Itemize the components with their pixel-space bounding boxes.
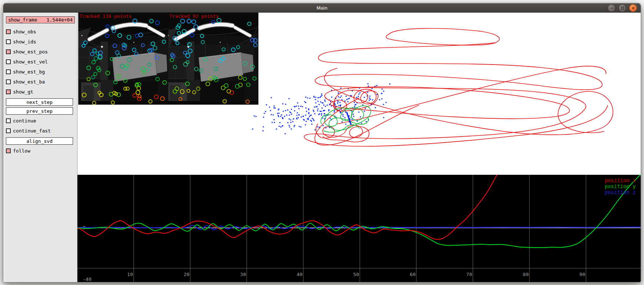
- camera-image: [168, 13, 258, 105]
- show_est_vel-checkbox[interactable]: [6, 59, 11, 64]
- x-tick-label: 40: [297, 272, 303, 277]
- continue_fast-label: continue_fast: [13, 128, 51, 134]
- show-frame-field[interactable]: show_frame 1.544e+04: [6, 16, 75, 23]
- legend-entry: position z: [605, 189, 636, 195]
- show_obs-label: show_obs: [13, 29, 36, 35]
- show_gt-checkbox[interactable]: [6, 89, 11, 94]
- sidebar-item-show_est_vel: show_est_vel: [6, 57, 75, 67]
- y-tick-label: -40: [83, 276, 91, 282]
- continue-label: continue: [13, 118, 36, 124]
- show_ids-checkbox[interactable]: [6, 39, 11, 44]
- show_est_pos-checkbox[interactable]: [6, 49, 11, 54]
- close-icon: [631, 6, 635, 10]
- show_est_pos-label: show_est_pos: [13, 49, 48, 55]
- prev_step-button[interactable]: prev_step: [6, 107, 73, 115]
- camera-view-left[interactable]: Tracked 116 points: [78, 13, 168, 105]
- camera-right-canvas: [168, 13, 258, 105]
- x-tick-label: 30: [240, 272, 246, 277]
- sidebar-item-show_ids: show_ids: [6, 37, 75, 47]
- control-sidebar: show_frame 1.544e+04 show_obsshow_idssho…: [3, 13, 77, 282]
- position-plot-canvas: 01020304050607080900-40position xpositio…: [77, 175, 641, 282]
- x-tick-label: 50: [353, 272, 359, 277]
- series-position-y: [77, 175, 641, 248]
- sidebar-item-continue: continue: [6, 116, 75, 126]
- titlebar[interactable]: Main: [3, 3, 641, 13]
- x-tick-label: 10: [127, 272, 133, 277]
- show-frame-label: show_frame: [8, 17, 37, 23]
- maximize-button[interactable]: [618, 4, 626, 12]
- follow-checkbox[interactable]: [6, 148, 11, 153]
- show_est_vel-label: show_est_vel: [13, 59, 48, 65]
- series-position-x: [77, 175, 498, 239]
- tracked-points-label-right: Tracked 92 points: [169, 13, 219, 19]
- sidebar-item-show_est_ba: show_est_ba: [6, 77, 75, 87]
- show_est_ba-checkbox[interactable]: [6, 79, 11, 84]
- sidebar-item-show_est_bg: show_est_bg: [6, 67, 75, 77]
- window-title: Main: [317, 5, 328, 11]
- plot-legend: position xposition yposition z: [605, 177, 636, 195]
- x-tick-label: 20: [184, 272, 189, 277]
- maximize-icon: [621, 6, 624, 10]
- sidebar-item-follow: follow: [6, 146, 75, 156]
- x-tick-label: 90: [579, 272, 585, 277]
- sidebar-item-show_obs: show_obs: [6, 27, 75, 37]
- sidebar-item-continue_fast: continue_fast: [6, 126, 75, 136]
- show_obs-checkbox[interactable]: [6, 29, 11, 34]
- minimize-icon: [610, 6, 614, 10]
- sidebar-item-show_est_pos: show_est_pos: [6, 47, 75, 57]
- camera-left-canvas: [78, 13, 168, 105]
- align_svd-button[interactable]: align_svd: [6, 137, 73, 145]
- main-window: Main show_frame 1.544e+04 show_obs: [3, 3, 641, 282]
- show_est_bg-checkbox[interactable]: [6, 69, 11, 74]
- continue-checkbox[interactable]: [6, 118, 11, 123]
- camera-view-right[interactable]: Tracked 92 points: [168, 13, 258, 105]
- ground-truth-trajectory: [304, 28, 613, 146]
- continue_fast-checkbox[interactable]: [6, 128, 11, 133]
- show-frame-value: 1.544e+04: [47, 17, 73, 23]
- show_est_bg-label: show_est_bg: [13, 69, 45, 75]
- follow-label: follow: [13, 148, 30, 154]
- window-content: show_frame 1.544e+04 show_obsshow_idssho…: [3, 13, 641, 282]
- trajectory-3d-view[interactable]: Tracked 116 points Tracked 92 points: [77, 13, 641, 175]
- x-tick-label: 60: [410, 272, 416, 277]
- x-tick-label: 80: [523, 272, 529, 277]
- legend-entry: position y: [605, 183, 636, 189]
- current-pose-marker: [347, 112, 351, 125]
- screen: Main show_frame 1.544e+04 show_obs: [0, 0, 644, 285]
- sidebar-items: show_obsshow_idsshow_est_posshow_est_vel…: [6, 27, 75, 156]
- window-controls: [608, 4, 637, 12]
- position-plot-panel[interactable]: 01020304050607080900-40position xpositio…: [77, 175, 641, 282]
- close-button[interactable]: [629, 4, 637, 12]
- sidebar-item-show_gt: show_gt: [6, 87, 75, 97]
- legend-entry: position x: [605, 177, 636, 183]
- tracked-points-label-left: Tracked 116 points: [79, 13, 132, 19]
- minimize-button[interactable]: [608, 4, 615, 12]
- show_ids-label: show_ids: [13, 39, 36, 45]
- show_gt-label: show_gt: [13, 89, 33, 95]
- show_est_ba-label: show_est_ba: [13, 79, 45, 85]
- x-tick-label: 70: [466, 272, 472, 277]
- next_step-button[interactable]: next_step: [6, 98, 73, 106]
